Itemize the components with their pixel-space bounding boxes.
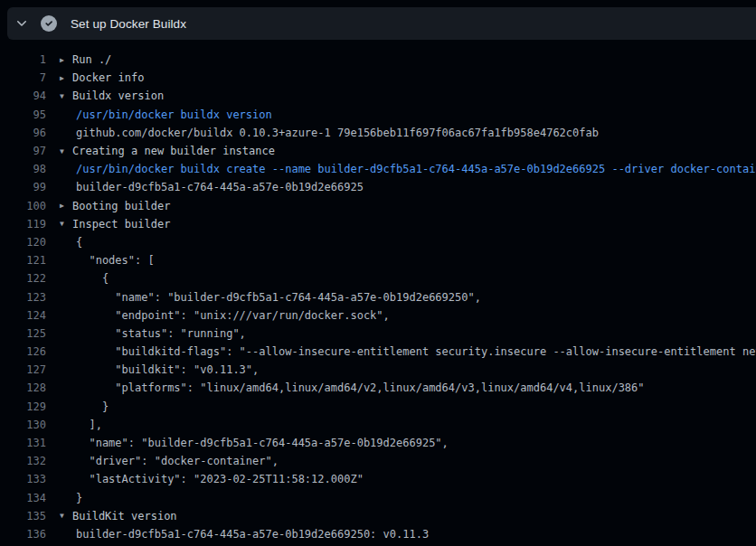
log-line: 134} <box>0 489 756 507</box>
chevron-down-icon[interactable] <box>14 16 29 31</box>
output-text: "endpoint": "unix:///var/run/docker.sock… <box>60 309 390 322</box>
log-line: 100▶Booting builder <box>0 197 756 215</box>
group-title[interactable]: Docker info <box>72 71 144 84</box>
line-number[interactable]: 135 <box>0 510 46 522</box>
log-line: 94▼Buildx version <box>0 87 756 105</box>
line-number[interactable]: 100 <box>0 200 46 212</box>
log-line: 123 "name": "builder-d9cfb5a1-c764-445a-… <box>0 287 756 306</box>
log-line: 95/usr/bin/docker buildx version <box>0 106 756 124</box>
output-text: "buildkit": "v0.11.3", <box>60 363 259 376</box>
group-title[interactable]: Buildx version <box>72 89 164 102</box>
output-text: ], <box>60 419 102 431</box>
log-line: 97▼Creating a new builder instance <box>0 142 756 160</box>
line-number[interactable]: 97 <box>0 145 46 157</box>
line-number[interactable]: 134 <box>0 492 46 504</box>
log-line: 124 "endpoint": "unix:///var/run/docker.… <box>0 306 756 325</box>
log-line: 136builder-d9cfb5a1-c764-445a-a57e-0b19d… <box>0 525 756 543</box>
line-number[interactable]: 123 <box>0 291 46 304</box>
line-number[interactable]: 126 <box>0 345 46 358</box>
command-text: /usr/bin/docker buildx create --name bui… <box>60 163 756 175</box>
group-collapse-icon[interactable]: ▼ <box>60 92 72 100</box>
line-number[interactable]: 130 <box>0 419 46 431</box>
group-expand-icon[interactable]: ▶ <box>60 56 72 64</box>
group-collapse-icon[interactable]: ▼ <box>60 220 72 228</box>
log-line: 96github.com/docker/buildx 0.10.3+azure-… <box>0 124 756 142</box>
log-line: 121 "nodes": [ <box>0 251 756 269</box>
log-line: 1▶Run ./ <box>0 51 756 69</box>
output-text: "name": "builder-d9cfb5a1-c764-445a-a57e… <box>60 291 481 304</box>
step-title: Set up Docker Buildx <box>71 17 186 31</box>
line-number[interactable]: 121 <box>0 254 46 267</box>
output-text: "nodes": [ <box>60 254 155 267</box>
line-number[interactable]: 94 <box>0 89 46 102</box>
log-line: 98/usr/bin/docker buildx create --name b… <box>0 160 756 178</box>
group-expand-icon[interactable]: ▶ <box>60 202 72 210</box>
output-text: github.com/docker/buildx 0.10.3+azure-1 … <box>60 127 599 139</box>
output-text: "status": "running", <box>60 327 246 340</box>
line-number[interactable]: 96 <box>0 127 46 139</box>
line-number[interactable]: 124 <box>0 309 46 322</box>
output-text: "name": "builder-d9cfb5a1-c764-445a-a57e… <box>60 437 449 449</box>
output-text: } <box>60 400 109 413</box>
group-expand-icon[interactable]: ▶ <box>60 74 72 82</box>
log-line: 131 "name": "builder-d9cfb5a1-c764-445a-… <box>0 434 756 452</box>
output-text: { <box>60 236 82 249</box>
log-line: 99builder-d9cfb5a1-c764-445a-a57e-0b19d2… <box>0 178 756 196</box>
line-number[interactable]: 127 <box>0 363 46 376</box>
check-circle-icon <box>41 15 57 32</box>
step-header[interactable]: Set up Docker Buildx <box>7 7 756 40</box>
group-title[interactable]: BuildKit version <box>72 510 177 522</box>
line-number[interactable]: 120 <box>0 236 46 249</box>
output-text: { <box>60 272 109 285</box>
line-number[interactable]: 133 <box>0 473 46 485</box>
output-text: "buildkitd-flags": "--allow-insecure-ent… <box>60 345 756 358</box>
output-text: builder-d9cfb5a1-c764-445a-a57e-0b19d2e6… <box>60 181 364 193</box>
output-text: "driver": "docker-container", <box>60 455 279 467</box>
log-line: 126 "buildkitd-flags": "--allow-insecure… <box>0 343 756 361</box>
group-title[interactable]: Creating a new builder instance <box>72 145 275 157</box>
output-text: "lastActivity": "2023-02-25T11:58:12.000… <box>60 473 364 485</box>
log-container: 1▶Run ./7▶Docker info94▼Buildx version95… <box>0 51 756 543</box>
log-line: 7▶Docker info <box>0 69 756 87</box>
output-text: } <box>60 492 82 504</box>
line-number[interactable]: 95 <box>0 108 46 121</box>
log-line: 119▼Inspect builder <box>0 215 756 233</box>
command-text: /usr/bin/docker buildx version <box>60 108 272 121</box>
line-number[interactable]: 131 <box>0 437 46 449</box>
line-number[interactable]: 7 <box>0 71 46 84</box>
log-line: 132 "driver": "docker-container", <box>0 452 756 470</box>
log-line: 133 "lastActivity": "2023-02-25T11:58:12… <box>0 470 756 488</box>
line-number[interactable]: 132 <box>0 455 46 467</box>
output-text: builder-d9cfb5a1-c764-445a-a57e-0b19d2e6… <box>60 528 429 541</box>
group-collapse-icon[interactable]: ▼ <box>60 147 72 155</box>
group-title[interactable]: Inspect builder <box>72 218 170 231</box>
line-number[interactable]: 136 <box>0 528 46 541</box>
log-line: 130 ], <box>0 416 756 434</box>
group-title[interactable]: Booting builder <box>72 200 170 212</box>
log-line: 120{ <box>0 233 756 251</box>
line-number[interactable]: 128 <box>0 381 46 394</box>
log-line: 122 { <box>0 269 756 287</box>
line-number[interactable]: 98 <box>0 163 46 175</box>
group-title[interactable]: Run ./ <box>72 53 111 66</box>
log-line: 135▼BuildKit version <box>0 507 756 525</box>
log-lines: 1▶Run ./7▶Docker info94▼Buildx version95… <box>0 51 756 543</box>
group-collapse-icon[interactable]: ▼ <box>60 512 72 520</box>
line-number[interactable]: 129 <box>0 400 46 413</box>
line-number[interactable]: 125 <box>0 327 46 340</box>
line-number[interactable]: 1 <box>0 53 46 66</box>
log-line: 129 } <box>0 398 756 416</box>
line-number[interactable]: 122 <box>0 272 46 285</box>
line-number[interactable]: 99 <box>0 181 46 193</box>
log-line: 125 "status": "running", <box>0 325 756 343</box>
line-number[interactable]: 119 <box>0 218 46 231</box>
log-line: 127 "buildkit": "v0.11.3", <box>0 361 756 379</box>
log-line: 128 "platforms": "linux/amd64,linux/amd6… <box>0 379 756 397</box>
output-text: "platforms": "linux/amd64,linux/amd64/v2… <box>60 381 645 394</box>
